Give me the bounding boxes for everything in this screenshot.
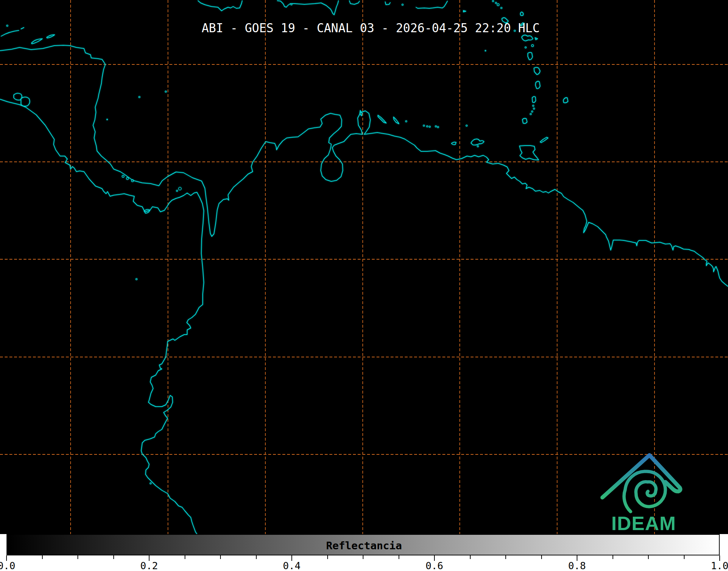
island-dot	[437, 126, 439, 128]
island-dot	[405, 121, 407, 122]
island-dot	[531, 45, 534, 47]
island-dot	[501, 7, 502, 9]
island-dot	[426, 126, 428, 127]
coastline-path	[522, 118, 527, 123]
coastline-path	[21, 97, 30, 106]
island-dot	[466, 125, 467, 126]
coastline-path	[535, 38, 538, 40]
colorbar-minor-tick	[399, 555, 399, 559]
island-dot	[497, 4, 499, 6]
island-dot	[477, 146, 479, 147]
island-dot	[533, 105, 534, 106]
island-dot	[533, 108, 535, 109]
coastline-path	[532, 96, 536, 102]
coastline-path	[519, 146, 539, 160]
coastline-path	[563, 98, 568, 103]
island-dot	[429, 126, 430, 127]
coastline-path	[528, 53, 533, 60]
colorbar-minor-tick	[42, 555, 43, 559]
colorbar-tick-label: 1.0	[711, 560, 728, 571]
coastline-path	[360, 110, 362, 116]
colorbar-minor-tick	[470, 555, 471, 559]
colorbar-minor-tick	[684, 555, 685, 559]
coastline-path	[535, 81, 540, 88]
coastline-path	[394, 117, 399, 124]
colorbar-tick-label: 0.4	[283, 560, 301, 571]
colorbar-minor-tick	[77, 555, 78, 559]
island-dot	[435, 126, 437, 127]
island-dot	[402, 4, 403, 5]
coastline-path	[416, 1, 447, 8]
island-dot	[122, 175, 124, 177]
island-dot	[136, 278, 137, 280]
grid-layer	[0, 0, 728, 534]
island-dot	[178, 187, 181, 190]
island-dot	[423, 125, 425, 126]
island-dot	[530, 113, 531, 115]
coastline-path	[534, 67, 540, 75]
satellite-image-viewer: { "title": { "text": "ABI - GOES 19 - CA…	[0, 0, 728, 571]
island-dot	[291, 4, 292, 5]
coastline-path	[31, 39, 42, 44]
island-dot	[139, 96, 140, 98]
coastline-path	[385, 2, 390, 5]
logo-text: IDEAM	[611, 512, 676, 534]
coastline-path	[0, 45, 728, 286]
image-title: ABI - GOES 19 - CANAL 03 - 2026-04-25 22…	[202, 21, 540, 35]
colorbar-minor-tick	[327, 555, 328, 559]
island-dot	[107, 119, 108, 120]
coastline-path	[540, 137, 548, 143]
coastline-path	[277, 1, 338, 15]
coastline-path	[522, 35, 533, 41]
colorbar-tick-label: 0.2	[140, 560, 158, 571]
colorbar-tick-label: 0.8	[568, 560, 586, 571]
island-dot	[126, 177, 129, 180]
map-svg: IDEAM	[0, 0, 728, 534]
colorbar-gradient	[7, 534, 720, 555]
coastline-path	[198, 1, 242, 11]
satellite-map: IDEAM ABI - GOES 19 - CANAL 03 - 2026-04…	[0, 0, 728, 534]
coastline-path	[378, 115, 386, 123]
coastline-path	[451, 142, 456, 144]
island-dot	[525, 47, 526, 48]
colorbar-strip: 0.00.20.40.60.81.0	[0, 534, 728, 571]
coastline-path	[520, 12, 523, 16]
coastline-path	[471, 139, 484, 145]
coast-layer	[0, 0, 728, 534]
colorbar-tick-label: 0.6	[426, 560, 443, 571]
colorbar-minor-tick	[363, 555, 363, 559]
colorbar-minor-tick	[613, 555, 613, 559]
coastline-path	[463, 11, 466, 12]
island-dot	[485, 50, 486, 51]
ideam-logo: IDEAM	[602, 455, 680, 534]
island-dot	[7, 25, 8, 26]
colorbar-minor-tick	[648, 555, 649, 559]
island-dot	[495, 2, 497, 4]
coastline-path	[349, 1, 359, 4]
coastline-path	[0, 99, 204, 534]
logo-mountain-icon	[602, 455, 680, 497]
colorbar-minor-tick	[505, 555, 506, 559]
island-dot	[176, 190, 178, 192]
colorbar-minor-tick	[220, 555, 221, 559]
island-dot	[531, 111, 533, 112]
colorbar-minor-tick	[113, 555, 114, 559]
colorbar-minor-tick	[185, 555, 185, 559]
coastline-path	[47, 35, 55, 38]
island-dot	[165, 91, 167, 92]
island-dot	[150, 483, 151, 484]
colorbar-tick-label: 0.0	[0, 560, 15, 571]
island-dot	[492, 0, 494, 2]
logo-hurricane-swirl-icon	[624, 471, 665, 512]
coastline-path	[1, 28, 24, 36]
colorbar-minor-tick	[256, 555, 257, 559]
colorbar-minor-tick	[541, 555, 542, 559]
